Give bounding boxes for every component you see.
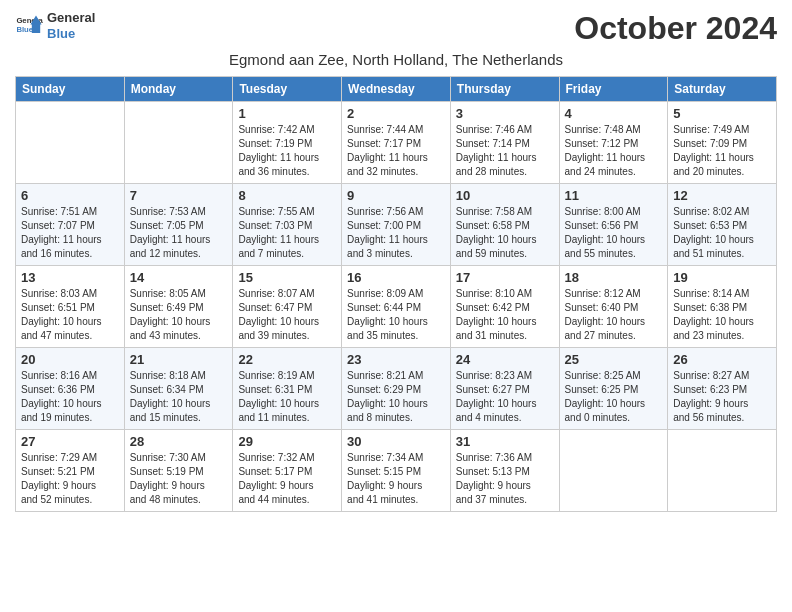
col-monday: Monday xyxy=(124,77,233,102)
table-row: 21Sunrise: 8:18 AM Sunset: 6:34 PM Dayli… xyxy=(124,348,233,430)
table-row: 14Sunrise: 8:05 AM Sunset: 6:49 PM Dayli… xyxy=(124,266,233,348)
day-detail: Sunrise: 8:25 AM Sunset: 6:25 PM Dayligh… xyxy=(565,370,646,423)
day-detail: Sunrise: 8:19 AM Sunset: 6:31 PM Dayligh… xyxy=(238,370,319,423)
calendar-table: Sunday Monday Tuesday Wednesday Thursday… xyxy=(15,76,777,512)
day-number: 1 xyxy=(238,106,336,121)
day-detail: Sunrise: 7:55 AM Sunset: 7:03 PM Dayligh… xyxy=(238,206,319,259)
day-detail: Sunrise: 8:03 AM Sunset: 6:51 PM Dayligh… xyxy=(21,288,102,341)
table-row: 5Sunrise: 7:49 AM Sunset: 7:09 PM Daylig… xyxy=(668,102,777,184)
day-detail: Sunrise: 8:21 AM Sunset: 6:29 PM Dayligh… xyxy=(347,370,428,423)
table-row: 17Sunrise: 8:10 AM Sunset: 6:42 PM Dayli… xyxy=(450,266,559,348)
day-number: 7 xyxy=(130,188,228,203)
day-detail: Sunrise: 7:53 AM Sunset: 7:05 PM Dayligh… xyxy=(130,206,211,259)
calendar-week-row: 6Sunrise: 7:51 AM Sunset: 7:07 PM Daylig… xyxy=(16,184,777,266)
day-detail: Sunrise: 8:16 AM Sunset: 6:36 PM Dayligh… xyxy=(21,370,102,423)
table-row: 9Sunrise: 7:56 AM Sunset: 7:00 PM Daylig… xyxy=(342,184,451,266)
month-title: October 2024 xyxy=(574,10,777,47)
day-detail: Sunrise: 7:32 AM Sunset: 5:17 PM Dayligh… xyxy=(238,452,314,505)
day-number: 8 xyxy=(238,188,336,203)
calendar-header-row: Sunday Monday Tuesday Wednesday Thursday… xyxy=(16,77,777,102)
logo-text: General Blue xyxy=(47,10,95,41)
day-number: 29 xyxy=(238,434,336,449)
table-row: 26Sunrise: 8:27 AM Sunset: 6:23 PM Dayli… xyxy=(668,348,777,430)
day-number: 30 xyxy=(347,434,445,449)
logo: General Blue General Blue xyxy=(15,10,95,41)
day-detail: Sunrise: 7:42 AM Sunset: 7:19 PM Dayligh… xyxy=(238,124,319,177)
day-detail: Sunrise: 8:18 AM Sunset: 6:34 PM Dayligh… xyxy=(130,370,211,423)
day-number: 3 xyxy=(456,106,554,121)
day-detail: Sunrise: 7:56 AM Sunset: 7:00 PM Dayligh… xyxy=(347,206,428,259)
col-saturday: Saturday xyxy=(668,77,777,102)
table-row: 16Sunrise: 8:09 AM Sunset: 6:44 PM Dayli… xyxy=(342,266,451,348)
table-row: 23Sunrise: 8:21 AM Sunset: 6:29 PM Dayli… xyxy=(342,348,451,430)
day-number: 9 xyxy=(347,188,445,203)
col-tuesday: Tuesday xyxy=(233,77,342,102)
table-row: 2Sunrise: 7:44 AM Sunset: 7:17 PM Daylig… xyxy=(342,102,451,184)
table-row: 22Sunrise: 8:19 AM Sunset: 6:31 PM Dayli… xyxy=(233,348,342,430)
table-row xyxy=(559,430,668,512)
day-number: 10 xyxy=(456,188,554,203)
table-row: 24Sunrise: 8:23 AM Sunset: 6:27 PM Dayli… xyxy=(450,348,559,430)
day-number: 16 xyxy=(347,270,445,285)
day-number: 12 xyxy=(673,188,771,203)
table-row: 10Sunrise: 7:58 AM Sunset: 6:58 PM Dayli… xyxy=(450,184,559,266)
day-detail: Sunrise: 7:29 AM Sunset: 5:21 PM Dayligh… xyxy=(21,452,97,505)
col-sunday: Sunday xyxy=(16,77,125,102)
day-number: 6 xyxy=(21,188,119,203)
logo-general: General xyxy=(47,10,95,26)
table-row: 28Sunrise: 7:30 AM Sunset: 5:19 PM Dayli… xyxy=(124,430,233,512)
col-thursday: Thursday xyxy=(450,77,559,102)
table-row: 27Sunrise: 7:29 AM Sunset: 5:21 PM Dayli… xyxy=(16,430,125,512)
day-detail: Sunrise: 7:58 AM Sunset: 6:58 PM Dayligh… xyxy=(456,206,537,259)
day-number: 24 xyxy=(456,352,554,367)
table-row: 7Sunrise: 7:53 AM Sunset: 7:05 PM Daylig… xyxy=(124,184,233,266)
day-detail: Sunrise: 8:10 AM Sunset: 6:42 PM Dayligh… xyxy=(456,288,537,341)
table-row: 18Sunrise: 8:12 AM Sunset: 6:40 PM Dayli… xyxy=(559,266,668,348)
table-row: 20Sunrise: 8:16 AM Sunset: 6:36 PM Dayli… xyxy=(16,348,125,430)
table-row: 11Sunrise: 8:00 AM Sunset: 6:56 PM Dayli… xyxy=(559,184,668,266)
table-row: 12Sunrise: 8:02 AM Sunset: 6:53 PM Dayli… xyxy=(668,184,777,266)
table-row: 13Sunrise: 8:03 AM Sunset: 6:51 PM Dayli… xyxy=(16,266,125,348)
table-row: 25Sunrise: 8:25 AM Sunset: 6:25 PM Dayli… xyxy=(559,348,668,430)
calendar-week-row: 13Sunrise: 8:03 AM Sunset: 6:51 PM Dayli… xyxy=(16,266,777,348)
day-detail: Sunrise: 7:51 AM Sunset: 7:07 PM Dayligh… xyxy=(21,206,102,259)
day-number: 2 xyxy=(347,106,445,121)
day-number: 4 xyxy=(565,106,663,121)
day-number: 14 xyxy=(130,270,228,285)
table-row: 6Sunrise: 7:51 AM Sunset: 7:07 PM Daylig… xyxy=(16,184,125,266)
day-detail: Sunrise: 7:34 AM Sunset: 5:15 PM Dayligh… xyxy=(347,452,423,505)
day-detail: Sunrise: 7:49 AM Sunset: 7:09 PM Dayligh… xyxy=(673,124,754,177)
calendar-week-row: 27Sunrise: 7:29 AM Sunset: 5:21 PM Dayli… xyxy=(16,430,777,512)
day-number: 23 xyxy=(347,352,445,367)
day-detail: Sunrise: 8:07 AM Sunset: 6:47 PM Dayligh… xyxy=(238,288,319,341)
table-row: 3Sunrise: 7:46 AM Sunset: 7:14 PM Daylig… xyxy=(450,102,559,184)
day-detail: Sunrise: 7:44 AM Sunset: 7:17 PM Dayligh… xyxy=(347,124,428,177)
table-row: 29Sunrise: 7:32 AM Sunset: 5:17 PM Dayli… xyxy=(233,430,342,512)
day-detail: Sunrise: 8:12 AM Sunset: 6:40 PM Dayligh… xyxy=(565,288,646,341)
day-detail: Sunrise: 8:14 AM Sunset: 6:38 PM Dayligh… xyxy=(673,288,754,341)
day-number: 22 xyxy=(238,352,336,367)
col-wednesday: Wednesday xyxy=(342,77,451,102)
svg-text:Blue: Blue xyxy=(16,24,33,33)
day-detail: Sunrise: 8:00 AM Sunset: 6:56 PM Dayligh… xyxy=(565,206,646,259)
day-number: 25 xyxy=(565,352,663,367)
table-row xyxy=(16,102,125,184)
page-container: General Blue General Blue October 2024 E… xyxy=(15,10,777,512)
table-row: 19Sunrise: 8:14 AM Sunset: 6:38 PM Dayli… xyxy=(668,266,777,348)
calendar-week-row: 1Sunrise: 7:42 AM Sunset: 7:19 PM Daylig… xyxy=(16,102,777,184)
day-detail: Sunrise: 8:05 AM Sunset: 6:49 PM Dayligh… xyxy=(130,288,211,341)
table-row: 4Sunrise: 7:48 AM Sunset: 7:12 PM Daylig… xyxy=(559,102,668,184)
day-detail: Sunrise: 7:46 AM Sunset: 7:14 PM Dayligh… xyxy=(456,124,537,177)
day-number: 19 xyxy=(673,270,771,285)
logo-icon: General Blue xyxy=(15,12,43,40)
table-row: 8Sunrise: 7:55 AM Sunset: 7:03 PM Daylig… xyxy=(233,184,342,266)
day-number: 21 xyxy=(130,352,228,367)
logo-blue: Blue xyxy=(47,26,95,42)
header: General Blue General Blue October 2024 xyxy=(15,10,777,47)
table-row: 15Sunrise: 8:07 AM Sunset: 6:47 PM Dayli… xyxy=(233,266,342,348)
day-number: 31 xyxy=(456,434,554,449)
day-detail: Sunrise: 7:30 AM Sunset: 5:19 PM Dayligh… xyxy=(130,452,206,505)
table-row: 30Sunrise: 7:34 AM Sunset: 5:15 PM Dayli… xyxy=(342,430,451,512)
table-row: 31Sunrise: 7:36 AM Sunset: 5:13 PM Dayli… xyxy=(450,430,559,512)
col-friday: Friday xyxy=(559,77,668,102)
